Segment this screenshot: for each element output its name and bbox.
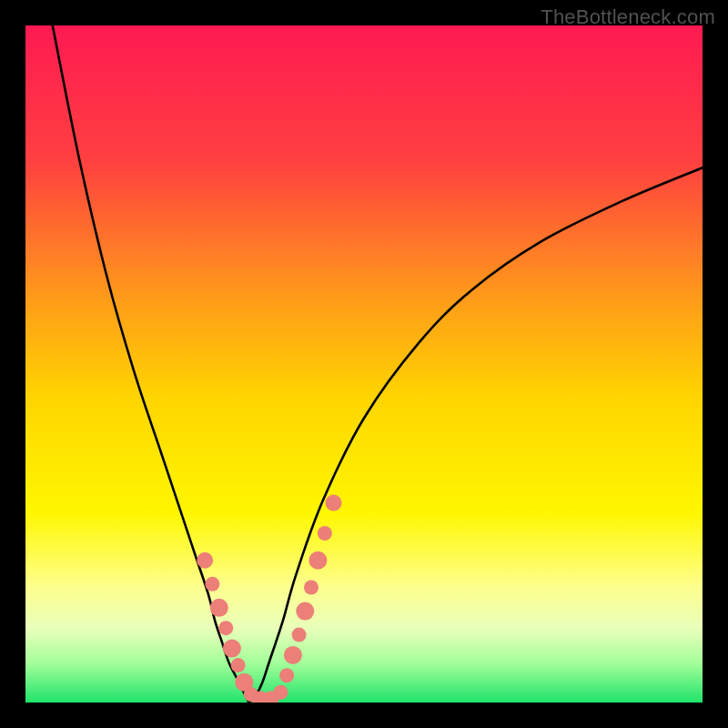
data-marker xyxy=(231,658,246,672)
data-marker xyxy=(210,599,228,617)
data-marker xyxy=(223,639,241,657)
chart-background xyxy=(25,25,703,703)
data-marker xyxy=(304,581,318,595)
data-marker xyxy=(318,526,332,541)
data-marker xyxy=(308,551,327,570)
data-marker xyxy=(296,602,314,621)
chart-frame: TheBottleneck.com xyxy=(0,0,728,728)
data-marker xyxy=(292,628,307,642)
data-marker xyxy=(279,668,294,682)
data-marker xyxy=(273,685,288,700)
chart-plot-area xyxy=(25,25,703,703)
data-marker xyxy=(284,646,302,664)
watermark-text: TheBottleneck.com xyxy=(541,5,715,29)
data-marker xyxy=(326,495,342,511)
data-marker xyxy=(218,621,233,635)
chart-svg xyxy=(25,25,703,703)
data-marker xyxy=(205,577,219,592)
data-marker xyxy=(197,552,213,569)
